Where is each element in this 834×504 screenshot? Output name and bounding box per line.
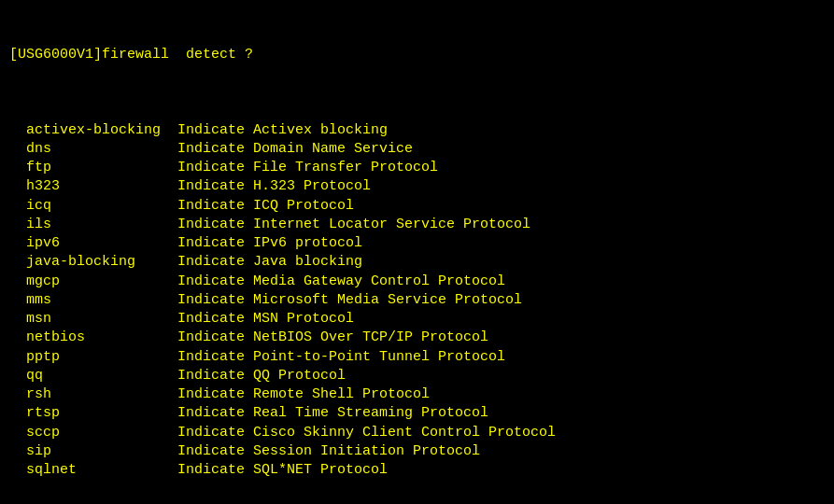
command-name: msn bbox=[9, 310, 177, 329]
command-description: Indicate Internet Locator Service Protoc… bbox=[177, 216, 825, 234]
command-description: Indicate Cisco Skinny Client Control Pro… bbox=[177, 424, 825, 442]
table-row: sqlnetIndicate SQL*NET Protocol bbox=[9, 461, 825, 480]
command-description: Indicate QQ Protocol bbox=[177, 367, 825, 385]
table-row: sipIndicate Session Initiation Protocol bbox=[9, 442, 825, 461]
top-prompt: [USG6000V1]firewall detect ? bbox=[9, 46, 825, 64]
command-name: rsh bbox=[9, 385, 177, 404]
table-row: h323Indicate H.323 Protocol bbox=[9, 177, 825, 196]
command-name: qq bbox=[9, 367, 177, 385]
command-description: Indicate H.323 Protocol bbox=[177, 177, 825, 196]
table-row: rtspIndicate Real Time Streaming Protoco… bbox=[9, 404, 825, 423]
command-description: Indicate File Transfer Protocol bbox=[177, 159, 825, 177]
command-description: Indicate Java blocking bbox=[177, 253, 825, 272]
command-name: rtsp bbox=[9, 404, 177, 423]
command-name: mgcp bbox=[9, 273, 177, 291]
table-row: netbiosIndicate NetBIOS Over TCP/IP Prot… bbox=[9, 329, 825, 347]
command-name: ftp bbox=[9, 159, 177, 177]
command-description: Indicate NetBIOS Over TCP/IP Protocol bbox=[177, 329, 825, 347]
table-row: pptpIndicate Point-to-Point Tunnel Proto… bbox=[9, 348, 825, 367]
command-description: Indicate Media Gateway Control Protocol bbox=[177, 273, 825, 291]
command-name: ils bbox=[9, 216, 177, 234]
command-description: Indicate Session Initiation Protocol bbox=[177, 442, 825, 461]
table-row: dnsIndicate Domain Name Service bbox=[9, 140, 825, 159]
terminal-window: [USG6000V1]firewall detect ? activex-blo… bbox=[9, 7, 825, 504]
command-name: h323 bbox=[9, 177, 177, 196]
command-name: activex-blocking bbox=[9, 121, 177, 140]
table-row: icqIndicate ICQ Protocol bbox=[9, 197, 825, 216]
command-list: activex-blockingIndicate Activex blockin… bbox=[9, 121, 825, 481]
command-description: Indicate Activex blocking bbox=[177, 121, 825, 140]
table-row: activex-blockingIndicate Activex blockin… bbox=[9, 121, 825, 140]
table-row: rshIndicate Remote Shell Protocol bbox=[9, 385, 825, 404]
command-name: pptp bbox=[9, 348, 177, 367]
table-row: mmsIndicate Microsoft Media Service Prot… bbox=[9, 291, 825, 310]
command-name: sccp bbox=[9, 424, 177, 442]
command-name: ipv6 bbox=[9, 234, 177, 253]
command-description: Indicate Remote Shell Protocol bbox=[177, 385, 825, 404]
command-description: Indicate Microsoft Media Service Protoco… bbox=[177, 291, 825, 310]
command-name: netbios bbox=[9, 329, 177, 347]
command-description: Indicate ICQ Protocol bbox=[177, 197, 825, 216]
table-row: qqIndicate QQ Protocol bbox=[9, 367, 825, 385]
command-name: icq bbox=[9, 197, 177, 216]
command-name: mms bbox=[9, 291, 177, 310]
table-row: ftpIndicate File Transfer Protocol bbox=[9, 159, 825, 177]
table-row: mgcpIndicate Media Gateway Control Proto… bbox=[9, 273, 825, 291]
table-row: msnIndicate MSN Protocol bbox=[9, 310, 825, 329]
command-description: Indicate MSN Protocol bbox=[177, 310, 825, 329]
table-row: ipv6Indicate IPv6 protocol bbox=[9, 234, 825, 253]
command-name: java-blocking bbox=[9, 253, 177, 272]
command-description: Indicate Real Time Streaming Protocol bbox=[177, 404, 825, 423]
command-name: dns bbox=[9, 140, 177, 159]
command-description: Indicate IPv6 protocol bbox=[177, 234, 825, 253]
command-description: Indicate Domain Name Service bbox=[177, 140, 825, 159]
command-name: sip bbox=[9, 442, 177, 461]
table-row: ilsIndicate Internet Locator Service Pro… bbox=[9, 216, 825, 234]
command-description: Indicate SQL*NET Protocol bbox=[177, 461, 825, 480]
table-row: sccpIndicate Cisco Skinny Client Control… bbox=[9, 424, 825, 442]
table-row: java-blockingIndicate Java blocking bbox=[9, 253, 825, 272]
command-description: Indicate Point-to-Point Tunnel Protocol bbox=[177, 348, 825, 367]
command-name: sqlnet bbox=[9, 461, 177, 480]
